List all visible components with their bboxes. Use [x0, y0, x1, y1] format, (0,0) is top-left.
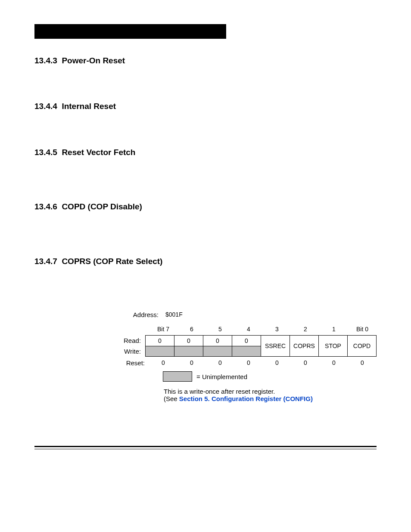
section-13-4-4-heading: 13.4.4 Internal Reset — [34, 102, 377, 111]
address-value: $001F — [163, 308, 194, 320]
bit5-read: 0 — [203, 336, 232, 346]
copd-cell: COPD — [347, 335, 377, 357]
bit7-cell: 0 — [145, 335, 174, 357]
header-black-bar — [34, 24, 226, 39]
bit-header: Bit 0 — [348, 323, 377, 335]
bit4-read: 0 — [232, 336, 261, 346]
note-see-section: (See Section 5. Configuration Register (… — [164, 395, 377, 402]
heading-title: COPRS (COP Rate Select) — [62, 257, 162, 266]
bit4-write-unimpl — [232, 346, 261, 357]
section-13-4-6-heading: 13.4.6 COPD (COP Disable) — [34, 202, 377, 212]
heading-num: 13.4.4 — [34, 102, 57, 111]
bit-cells-row: 0 0 0 0 SSREC CO — [145, 335, 377, 357]
reset-val: 0 — [234, 357, 263, 369]
stop-cell: STOP — [318, 335, 347, 357]
legend-row: = Unimplemented — [121, 371, 377, 382]
copd-name: COPD — [353, 336, 371, 356]
heading-num: 13.4.3 — [34, 56, 57, 65]
stop-name: STOP — [325, 336, 341, 356]
footer-rev: MC68HC908JL8 • MC68HC08JL8 • MC68HC908KL… — [206, 454, 377, 461]
bit6-cell: 0 — [174, 335, 203, 357]
unimplemented-swatch — [163, 371, 192, 382]
reset-val: 0 — [206, 357, 234, 369]
section-13-4-5-heading: 13.4.5 Reset Vector Fetch — [34, 148, 377, 157]
heading-num: 13.4.6 — [34, 202, 57, 211]
bit-header: 3 — [263, 323, 291, 335]
config-section-link[interactable]: Section 5. Configuration Register (CONFI… — [179, 395, 313, 402]
config-register-figure: Address: $001F Bit 7 6 5 4 3 2 1 Bit 0 R… — [121, 308, 377, 420]
section-13-4-7-heading: 13.4.7 COPRS (COP Rate Select) — [34, 257, 377, 266]
reset-val: 0 — [348, 357, 377, 369]
read-label: Read: — [121, 335, 141, 346]
section-13-4-5-body: A reset vector fetch occurs when the vec… — [34, 165, 377, 183]
reset-val: 0 — [320, 357, 348, 369]
heading-num: 13.4.5 — [34, 148, 57, 157]
coprs-cell: COPRS — [290, 335, 318, 357]
footer-row-2: 154 Freescale Semiconductor — [34, 464, 377, 470]
heading-title: Power-On Reset — [62, 56, 125, 65]
heading-title: COPD (COP Disable) — [62, 202, 142, 211]
reset-val: 0 — [291, 357, 320, 369]
reset-val: 0 — [149, 357, 177, 369]
reset-val: 0 — [263, 357, 291, 369]
bit5-cell: 0 — [203, 335, 232, 357]
bit6-write-unimpl — [174, 346, 203, 357]
heading-title: Internal Reset — [62, 102, 116, 111]
footer-rule — [34, 446, 377, 449]
bit7-read: 0 — [146, 336, 174, 346]
footer-pub: Freescale Semiconductor — [206, 464, 377, 470]
ssrec-name: SSREC — [265, 336, 286, 356]
bit4-cell: 0 — [232, 335, 261, 357]
reset-row: 0 0 0 0 0 0 0 0 — [149, 357, 377, 369]
reset-val: 0 — [177, 357, 206, 369]
figure-caption: Figure 13-2. Configuration Register (CON… — [121, 413, 377, 420]
heading-num: 13.4.7 — [34, 257, 57, 266]
ssrec-cell: SSREC — [261, 335, 290, 357]
bit-header: 2 — [291, 323, 320, 335]
bit5-write-unimpl — [203, 346, 232, 357]
note-prefix: (See — [164, 395, 179, 402]
footer-row-1: Data Sheet MC68HC908JL8 • MC68HC08JL8 • … — [34, 454, 377, 461]
section-13-4-7-body: The COPRS signal reflects the state of t… — [34, 274, 377, 292]
write-label: Write: — [121, 346, 141, 357]
section-13-4-3-heading: 13.4.3 Power-On Reset — [34, 56, 377, 65]
legend-text: = Unimplemented — [192, 373, 247, 380]
section-13-4-4-body: An internal reset clears the COP counter… — [34, 119, 377, 128]
section-13-4-6-body: The COPD signal reflects the state of th… — [34, 219, 377, 237]
bit-header: 6 — [177, 323, 206, 335]
coprs-name: COPRS — [293, 336, 315, 356]
footer-page: 154 — [34, 464, 206, 470]
footer-doc: Data Sheet — [34, 454, 206, 461]
address-label: Address: — [121, 311, 163, 318]
bit-header: 4 — [234, 323, 263, 335]
bit-header: 5 — [206, 323, 234, 335]
bit-header-row: Bit 7 6 5 4 3 2 1 Bit 0 — [149, 323, 377, 335]
section-13-4-3-body: The power-on reset (POR) circuit in the … — [34, 73, 377, 82]
note-write-once: This is a write-once after reset registe… — [164, 388, 377, 395]
bit-header: Bit 7 — [149, 323, 177, 335]
bit-header: 1 — [320, 323, 348, 335]
bit7-write-unimpl — [146, 346, 174, 357]
bit6-read: 0 — [174, 336, 203, 346]
reset-label: Reset: — [121, 359, 149, 367]
heading-title: Reset Vector Fetch — [62, 148, 135, 157]
